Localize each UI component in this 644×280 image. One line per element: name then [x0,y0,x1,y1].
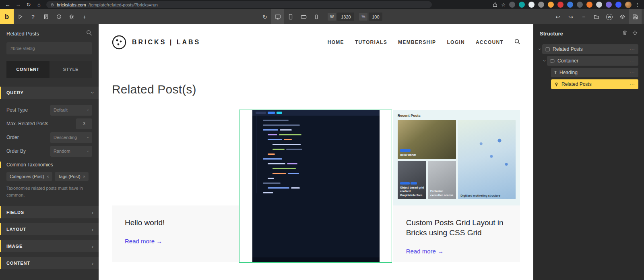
bricks-logo[interactable]: b [0,9,14,24]
add-element-icon[interactable]: + [78,9,91,24]
device-desktop-icon[interactable] [271,9,284,24]
profile-avatar[interactable] [625,2,632,8]
read-more-link[interactable]: Read more → [406,248,444,255]
post-card[interactable]: Recent Posts Hello world! Object-based g… [393,110,520,262]
extension-icon[interactable] [557,2,564,8]
post-title: Hello world! [125,218,226,228]
structure-item-related-posts-selected[interactable]: Related Posts ··· [551,79,638,89]
section-image[interactable]: IMAGE › [0,240,99,252]
home-icon[interactable]: ⌂ [34,0,44,9]
screen: ← → ↻ ⌂ brickslabs.com/template/related-… [0,0,644,280]
row-options-icon[interactable]: ··· [630,47,635,52]
browser-menu-icon[interactable]: ⋮ [635,2,640,8]
tab-content[interactable]: CONTENT [6,61,50,78]
remove-chip-icon[interactable]: × [83,174,85,179]
structure-item-related-posts[interactable]: Related Posts ··· [542,44,638,54]
chevron-right-icon: › [92,226,94,232]
row-options-icon[interactable]: ··· [630,70,635,75]
device-mobile-icon[interactable] [310,9,323,24]
structure-item-container[interactable]: Container ··· [547,56,638,66]
element-id-input[interactable] [6,42,92,54]
back-icon[interactable]: ← [2,0,13,9]
device-tablet-portrait-icon[interactable] [284,9,297,24]
settings-gear-icon[interactable] [65,9,78,24]
help-icon[interactable]: ? [27,9,39,24]
structure-row: › Container ··· [542,56,638,66]
tab-style[interactable]: STYLE [50,61,93,78]
section-content[interactable]: CONTENT › [0,257,99,269]
preview-eye-icon[interactable] [616,9,629,24]
site-logo[interactable]: BRICKS | LABS [111,35,200,50]
post-card[interactable]: Conditional Related Posts in Bricks Read… [252,110,379,262]
nav-membership[interactable]: MEMBERSHIP [398,39,436,45]
chevron-right-icon: › [92,209,94,216]
extension-icon[interactable] [519,2,525,8]
container-icon [550,59,555,63]
wordpress-icon[interactable]: W [603,9,616,24]
address-bar[interactable]: brickslabs.com/template/related-posts/?b… [46,1,432,8]
order-select[interactable]: Descending › [50,132,92,143]
pages-icon[interactable] [39,9,52,24]
extension-icon[interactable] [596,2,602,8]
structure-panel: Structure › Related Posts ··· › [533,24,644,280]
nav-account[interactable]: ACCOUNT [476,39,504,45]
read-more-link[interactable]: Read more → [125,238,162,245]
order-label: Order [6,135,19,140]
panel-search-icon[interactable] [86,30,92,37]
nav-tutorials[interactable]: TUTORIALS [355,39,387,45]
extension-icon[interactable] [538,2,544,8]
section-layout[interactable]: LAYOUT › [0,223,99,235]
extension-icon[interactable] [528,2,535,8]
site-search-icon[interactable] [514,39,520,46]
templates-folder-icon[interactable] [590,9,603,24]
nav-home[interactable]: HOME [328,39,344,45]
row-options-icon[interactable]: ··· [630,58,635,63]
extension-icon[interactable] [548,2,554,8]
extension-icon[interactable] [606,2,612,8]
revisions-list-icon[interactable]: ≡ [577,9,590,24]
nav-login[interactable]: LOGIN [447,39,465,45]
reload-icon[interactable]: ↻ [23,0,34,9]
max-related-posts-input[interactable] [76,118,92,129]
save-icon[interactable] [629,9,642,24]
element-settings-panel: Related Posts CONTENT STYLE QUERY › Post… [0,24,99,280]
post-image-placeholder [112,110,239,205]
page-title[interactable]: Related Post(s) [112,83,533,96]
taxonomies-help-text: Taxonomies related posts must have in co… [6,185,87,198]
row-options-icon[interactable]: ··· [630,82,635,87]
history-icon[interactable] [52,9,65,24]
chevron-down-icon[interactable]: › [542,58,547,64]
extension-icon[interactable] [615,2,621,8]
chevron-down-icon[interactable]: › [537,46,542,52]
extension-icon[interactable] [586,2,592,8]
query-controls: Post Type Default › Max. Related Posts O… [0,99,99,269]
bookmark-star-icon[interactable]: ☆ [501,2,506,8]
taxonomy-chip[interactable]: Categories (Post) × [6,172,52,181]
share-icon[interactable] [493,2,497,7]
remove-chip-icon[interactable]: × [47,174,49,179]
section-fields[interactable]: FIELDS › [0,206,99,218]
chevron-down-icon: › [92,90,94,96]
post-type-select[interactable]: Default › [50,105,92,116]
extension-icon[interactable] [567,2,573,8]
preview-tile: Exclusive executive access [428,161,456,199]
element-icon [545,47,550,52]
canvas-width-input[interactable] [337,12,354,21]
preview-tile: Digitized motivating structure [458,120,516,199]
delete-trash-icon[interactable] [622,30,627,37]
collapse-expand-icon[interactable] [632,30,638,37]
preview-play-icon[interactable] [14,9,27,24]
structure-item-heading[interactable]: T Heading ··· [551,68,638,77]
taxonomy-chip[interactable]: Tags (Post) × [55,172,89,181]
post-card[interactable]: Hello world! Read more → [112,110,239,262]
device-tablet-landscape-icon[interactable] [297,9,310,24]
canvas-zoom-input[interactable] [369,12,382,21]
forward-icon[interactable]: → [13,0,23,9]
undo-icon[interactable]: ↩ [551,9,564,24]
extension-icon[interactable] [509,2,515,8]
order-by-select[interactable]: Random › [50,146,92,157]
extension-icon[interactable] [577,2,583,8]
redo-icon[interactable]: ↪ [564,9,577,24]
section-query[interactable]: QUERY › [0,87,99,99]
refresh-icon[interactable]: ↻ [258,9,271,24]
